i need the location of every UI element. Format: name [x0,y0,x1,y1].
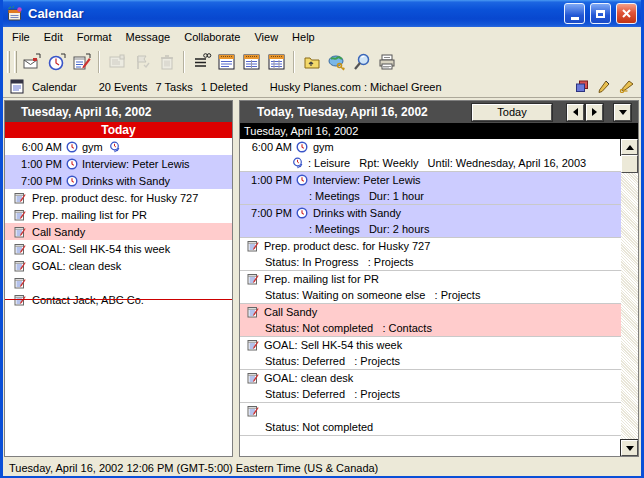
address-book-button[interactable] [324,50,349,74]
task-row[interactable]: GOAL: Sell HK-54 this week Status: Defer… [240,337,621,370]
task-row-deleted[interactable]: Contact Jack, ABC Co. [5,291,232,308]
new-event-button[interactable] [19,50,44,74]
event-detail: : Meetings Dur: 1 hour [309,190,424,202]
task-icon [14,209,26,221]
close-icon [620,7,633,20]
list-infinity-icon [192,52,212,72]
pen-icon[interactable] [619,80,634,93]
task-row[interactable]: Status: Not completed [240,403,621,436]
menu-format[interactable]: Format [70,29,119,45]
close-button[interactable] [616,3,637,24]
globe-key-icon [327,52,347,72]
main-area: Tuesday, April 16, 2002 Today 6:00 AM gy… [3,98,641,459]
minimize-button[interactable] [564,3,585,24]
up-folder-button[interactable] [299,50,324,74]
maximize-button[interactable] [590,3,611,24]
new-appointment-button[interactable] [44,50,69,74]
scroll-down-button[interactable] [621,440,638,456]
task-icon [14,277,26,289]
task-row[interactable]: GOAL: clean desk [5,257,232,274]
event-row[interactable]: 7:00 PM Drinks with Sandy [5,172,232,189]
day-view-button[interactable] [214,50,239,74]
window-title: Calendar [28,6,559,21]
recurrence-icon [109,141,122,153]
calendar-day-icon [217,52,237,72]
task-icon [247,273,259,285]
task-row[interactable]: Call Sandy Status: Not completed : Conta… [240,304,621,337]
task-new-icon [72,52,92,72]
vertical-scrollbar[interactable] [621,139,638,456]
task-row[interactable]: Prep. mailing list for PR [5,206,232,223]
menu-view[interactable]: View [247,29,285,45]
task-row[interactable]: Prep. product desc. for Husky 727 Status… [240,238,621,271]
task-icon [14,260,26,272]
toolbar-grip[interactable] [7,51,10,73]
task-icon [14,192,26,204]
print-button[interactable] [374,50,399,74]
pencil-icon[interactable] [598,80,610,93]
find-button[interactable] [349,50,374,74]
summary-list: 6:00 AM gym 1:00 PM Interview: Peter Lew… [5,138,232,456]
card-icon [107,52,127,72]
event-title: gym [313,141,334,153]
task-title: Prep. mailing list for PR [32,209,147,221]
menu-file[interactable]: File [5,29,37,45]
menu-collaborate[interactable]: Collaborate [177,29,247,45]
event-title: Drinks with Sandy [313,207,401,219]
menu-edit[interactable]: Edit [37,29,70,45]
scrollbar-thumb[interactable] [621,155,638,173]
magnifier-icon [352,52,372,72]
toolbar [3,47,641,76]
calendar-week-icon [242,52,262,72]
multi-day-list-button[interactable] [189,50,214,74]
account-name: Husky Planes.com : Michael Green [270,81,442,93]
maximize-icon [596,10,605,18]
event-row[interactable]: 1:00 PM Interview: Peter Lewis [5,155,232,172]
recurrence-icon [292,157,305,169]
task-detail: Status: Deferred : Projects [265,388,400,400]
task-row[interactable]: Call Sandy [5,223,232,240]
menu-message[interactable]: Message [119,29,178,45]
task-row[interactable]: Prep. product desc. for Husky 727 [5,189,232,206]
task-title: GOAL: Sell HK-54 this week [264,339,402,351]
envelope-new-icon [22,52,42,72]
event-time: 7:00 PM [240,207,292,219]
properties-button [104,50,129,74]
proxy-icon[interactable] [575,80,589,93]
event-title: Interview: Peter Lewis [313,174,421,186]
menu-help[interactable]: Help [285,29,322,45]
task-row[interactable] [5,274,232,291]
today-banner[interactable]: Today [5,122,232,138]
printer-icon [377,52,397,72]
app-icon [7,6,23,22]
task-row[interactable]: Prep. mailing list for PR Status: Waitin… [240,271,621,304]
toolbar-separator [98,51,100,73]
scroll-up-icon [626,145,634,150]
tasks-count: 7 Tasks [156,81,193,93]
week-view-button[interactable] [239,50,264,74]
detail-header-bar: Today, Tuesday, April 16, 2002 Today [240,101,638,123]
event-row[interactable]: 7:00 PM Drinks with Sandy : Meetings Dur… [240,205,621,238]
task-icon [247,240,259,252]
today-button[interactable]: Today [472,104,552,121]
task-icon [14,226,26,238]
clock-new-icon [47,52,67,72]
event-row[interactable]: 6:00 AM gym : Leisure Rpt: Weekly Until:… [240,139,621,172]
event-row[interactable]: 1:00 PM Interview: Peter Lewis : Meeting… [240,172,621,205]
task-row[interactable]: GOAL: Sell HK-54 this week [5,240,232,257]
toolbar-grip[interactable] [14,51,17,73]
next-day-button[interactable] [586,104,603,121]
task-title: GOAL: clean desk [32,260,121,272]
chevron-down-icon [619,110,627,115]
view-dropdown-button[interactable] [614,104,631,121]
task-row[interactable]: GOAL: clean desk Status: Deferred : Proj… [240,370,621,403]
task-icon [247,405,259,417]
previous-day-button[interactable] [567,104,584,121]
event-row[interactable]: 6:00 AM gym [5,138,232,155]
new-task-button[interactable] [69,50,94,74]
task-icon [247,339,259,351]
title-bar[interactable]: Calendar [3,0,641,27]
event-time: 7:00 PM [5,175,62,187]
month-view-button[interactable] [264,50,289,74]
scroll-up-button[interactable] [621,139,638,155]
